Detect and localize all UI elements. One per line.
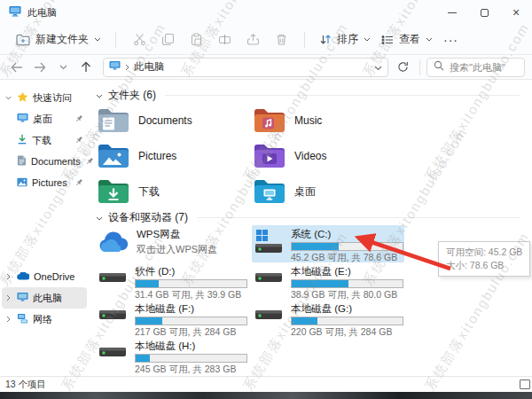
toolbar-divider (304, 32, 305, 48)
drive-f[interactable]: 本地磁盘 (F:) 217 GB 可用, 共 284 GB (96, 300, 248, 337)
sidebar-item-this-pc[interactable]: 此电脑 (2, 287, 87, 309)
window-title: 此电脑 (27, 6, 57, 20)
chevron-down-icon[interactable] (96, 211, 103, 223)
chevron-down-icon[interactable] (96, 89, 103, 101)
sidebar-item-onedrive[interactable]: OneDrive (2, 266, 87, 287)
sidebar-item-pictures[interactable]: Pictures (2, 172, 87, 193)
explorer-tab[interactable]: 此电脑 (9, 5, 57, 20)
minimize-icon (448, 12, 457, 13)
sort-button[interactable]: 排序 (314, 28, 376, 51)
capacity-bar (291, 317, 403, 325)
breadcrumb-this-pc[interactable]: 此电脑 (134, 60, 165, 74)
chevron-right-icon[interactable] (4, 294, 12, 301)
share-button[interactable] (239, 29, 267, 50)
capacity-bar (291, 279, 403, 288)
capacity-bar-fill (136, 317, 162, 325)
sidebar-item-documents[interactable]: Documents (2, 151, 87, 172)
chevron-down-icon (374, 66, 382, 71)
refresh-button[interactable] (392, 58, 413, 77)
chevron-down-icon[interactable] (4, 96, 12, 100)
devices-section-header[interactable]: 设备和驱动器 (7) (96, 209, 532, 225)
music-folder-icon (254, 106, 286, 136)
delete-icon (275, 33, 288, 46)
sidebar-item-label: Documents (31, 156, 81, 167)
capacity-bar (291, 242, 403, 251)
pictures-folder-icon (98, 142, 129, 171)
new-folder-button[interactable]: 新建文件夹 (11, 28, 106, 51)
drive-wps[interactable]: WPS网盘 双击进入WPS网盘 (96, 225, 248, 262)
view-mode-icon[interactable] (520, 379, 530, 389)
sidebar-item-label: OneDrive (34, 271, 74, 282)
view-button[interactable]: 查看 (376, 28, 438, 51)
close-button[interactable]: × (500, 0, 532, 25)
sidebar-item-downloads[interactable]: 下载 (2, 129, 87, 151)
drive-e[interactable]: 本地磁盘 (E:) 38.9 GB 可用, 共 80.0 GB (252, 262, 404, 300)
drive-d[interactable]: 软件 (D:) 31.4 GB 可用, 共 39.9 GB (96, 262, 248, 300)
view-icon (381, 35, 394, 45)
paste-button[interactable] (182, 29, 210, 50)
drive-name: 本地磁盘 (H:) (135, 340, 247, 352)
this-pc-icon (109, 60, 121, 74)
wps-cloud-icon (98, 231, 129, 255)
breadcrumb[interactable]: 此电脑 (103, 58, 388, 77)
cut-icon (133, 33, 146, 46)
address-dropdown-button[interactable] (374, 61, 382, 74)
folder-documents[interactable]: Documents (96, 103, 252, 138)
toolbar-divider (115, 32, 116, 48)
folder-music[interactable]: Music (252, 103, 408, 138)
sidebar-item-network[interactable]: 网络 (2, 309, 87, 330)
search-icon (434, 60, 444, 74)
drive-c[interactable]: 系统 (C:) 45.2 GB 可用, 共 78.6 GB (252, 225, 404, 262)
tooltip-total-size: 大小: 78.6 GB (446, 259, 522, 272)
title-bar: 此电脑 × (0, 0, 532, 25)
up-button[interactable] (76, 58, 96, 77)
delete-button[interactable] (267, 29, 295, 50)
drive-g[interactable]: 本地磁盘 (G:) 220 GB 可用, 共 284 GB (252, 300, 404, 337)
chevron-right-icon[interactable] (4, 316, 12, 323)
folders-header-label: 文件夹 (6) (108, 88, 156, 103)
back-icon (11, 62, 23, 73)
cut-button[interactable] (125, 29, 153, 50)
drive-name: 系统 (C:) (291, 229, 403, 240)
folder-pictures[interactable]: Pictures (96, 138, 252, 174)
rename-button[interactable] (210, 29, 239, 50)
sidebar-item-desktop[interactable]: 桌面 (2, 108, 87, 129)
videos-folder-icon (254, 142, 286, 171)
forward-button[interactable] (30, 58, 50, 77)
devices-header-label: 设备和驱动器 (7) (108, 210, 188, 225)
drive-h[interactable]: 本地磁盘 (H:) 245 GB 可用, 共 283 GB (96, 337, 248, 374)
copy-button[interactable] (153, 29, 182, 50)
maximize-button[interactable] (468, 0, 500, 25)
back-button[interactable] (7, 58, 27, 77)
drive-name: 本地磁盘 (G:) (291, 303, 403, 315)
sidebar-spacer (0, 193, 89, 266)
folder-videos[interactable]: Videos (252, 138, 408, 174)
chevron-down-icon (364, 37, 371, 42)
folders-grid: Documents Music Pictures Videos (96, 103, 532, 209)
search-input[interactable] (450, 62, 518, 73)
chevron-down-icon (59, 65, 67, 70)
recent-locations-button[interactable] (53, 58, 73, 77)
view-label: 查看 (399, 32, 420, 47)
sidebar-item-label: 此电脑 (33, 292, 62, 305)
chevron-right-icon[interactable] (4, 273, 12, 280)
new-folder-icon (16, 34, 30, 46)
search-box[interactable] (426, 58, 525, 77)
drive-tooltip: 可用空间: 45.2 GB 大小: 78.6 GB (438, 241, 530, 277)
sidebar-item-label: 桌面 (33, 113, 52, 126)
drive-name: WPS网盘 (137, 229, 217, 240)
pin-icon (74, 178, 83, 187)
sidebar-item-quick-access[interactable]: 快速访问 (2, 87, 87, 108)
drive-name: 软件 (D:) (135, 266, 247, 278)
drive-name: 本地磁盘 (F:) (135, 303, 247, 315)
folder-desktop[interactable]: 桌面 (252, 174, 408, 209)
folder-downloads[interactable]: 下载 (96, 174, 252, 209)
section-divider (197, 217, 520, 218)
more-options-button[interactable]: ··· (438, 33, 464, 47)
capacity-bar-fill (292, 280, 348, 287)
star-icon (17, 91, 28, 105)
command-toolbar: 新建文件夹 排序 查看 ··· (0, 25, 532, 55)
network-icon (17, 313, 28, 325)
minimize-button[interactable] (436, 0, 468, 25)
folders-section-header[interactable]: 文件夹 (6) (96, 87, 532, 103)
